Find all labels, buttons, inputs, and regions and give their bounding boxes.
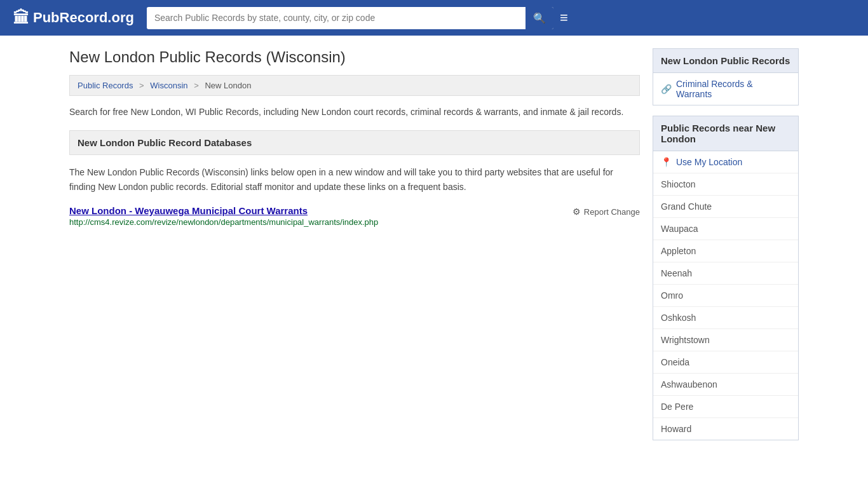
sidebar-item-neenah[interactable]: Neenah	[653, 262, 798, 285]
hamburger-icon: ≡	[560, 10, 568, 25]
sidebar-item-wrightstown[interactable]: Wrightstown	[653, 329, 798, 351]
shiocton-label: Shiocton	[661, 179, 695, 189]
main-container: New London Public Records (Wisconsin) Pu…	[59, 36, 809, 453]
location-icon: 📍	[661, 157, 672, 167]
logo-icon: 🏛	[13, 8, 29, 28]
report-icon: ⚙	[573, 207, 581, 217]
page-title: New London Public Records (Wisconsin)	[69, 48, 640, 66]
sidebar-main-title: New London Public Records	[653, 48, 799, 73]
use-location-label: Use My Location	[676, 157, 742, 167]
sidebar-item-grand-chute[interactable]: Grand Chute	[653, 196, 798, 218]
sidebar-item-appleton[interactable]: Appleton	[653, 240, 798, 262]
breadcrumb-current: New London	[205, 81, 251, 90]
record-info: New London - Weyauwega Municipal Court W…	[69, 205, 573, 227]
sidebar-item-ashwaubenon[interactable]: Ashwaubenon	[653, 374, 798, 396]
record-row: New London - Weyauwega Municipal Court W…	[69, 205, 640, 227]
sidebar-nearby-title: Public Records near New London	[653, 116, 799, 151]
appleton-label: Appleton	[661, 246, 696, 256]
sidebar-item-criminal-records-label: Criminal Records & Warrants	[676, 79, 790, 99]
search-button[interactable]: 🔍	[526, 7, 553, 29]
link-icon: 🔗	[661, 84, 672, 94]
breadcrumb-sep-2: >	[194, 81, 201, 90]
breadcrumb-link-public-records[interactable]: Public Records	[78, 81, 133, 90]
db-section-header: New London Public Record Databases	[69, 130, 640, 155]
ashwaubenon-label: Ashwaubenon	[661, 379, 717, 390]
content-area: New London Public Records (Wisconsin) Pu…	[69, 48, 640, 440]
sidebar-item-howard[interactable]: Howard	[653, 418, 798, 440]
search-input[interactable]	[147, 8, 526, 28]
site-header: 🏛 PubRecord.org 🔍 ≡	[0, 0, 868, 36]
grand-chute-label: Grand Chute	[661, 201, 712, 212]
search-icon: 🔍	[533, 13, 546, 24]
record-title[interactable]: New London - Weyauwega Municipal Court W…	[69, 205, 573, 216]
sidebar-item-oneida[interactable]: Oneida	[653, 351, 798, 374]
wrightstown-label: Wrightstown	[661, 335, 710, 345]
report-change-button[interactable]: ⚙ Report Change	[573, 205, 640, 217]
oshkosh-label: Oshkosh	[661, 313, 696, 323]
omro-label: Omro	[661, 290, 683, 301]
sidebar-nearby-section: 📍 Use My Location Shiocton Grand Chute W…	[653, 151, 799, 440]
search-bar: 🔍	[147, 7, 553, 29]
sidebar-item-oshkosh[interactable]: Oshkosh	[653, 307, 798, 329]
de-pere-label: De Pere	[661, 402, 693, 412]
breadcrumb-sep-1: >	[139, 81, 146, 90]
logo-text: PubRecord.org	[33, 10, 134, 26]
sidebar-item-omro[interactable]: Omro	[653, 285, 798, 307]
waupaca-label: Waupaca	[661, 224, 698, 234]
sidebar-item-de-pere[interactable]: De Pere	[653, 396, 798, 418]
db-description: The New London Public Records (Wisconsin…	[69, 165, 640, 194]
oneida-label: Oneida	[661, 357, 689, 367]
sidebar: New London Public Records 🔗 Criminal Rec…	[653, 48, 799, 440]
sidebar-item-use-location[interactable]: 📍 Use My Location	[653, 151, 798, 173]
sidebar-item-waupaca[interactable]: Waupaca	[653, 218, 798, 240]
breadcrumb: Public Records > Wisconsin > New London	[69, 75, 640, 96]
sidebar-main-section: 🔗 Criminal Records & Warrants	[653, 73, 799, 105]
hamburger-button[interactable]: ≡	[560, 10, 568, 26]
breadcrumb-link-wisconsin[interactable]: Wisconsin	[150, 81, 187, 90]
report-change-label: Report Change	[584, 207, 640, 217]
record-url: http://cms4.revize.com/revize/newlondon/…	[69, 217, 573, 227]
neenah-label: Neenah	[661, 268, 692, 278]
howard-label: Howard	[661, 424, 691, 434]
intro-text: Search for free New London, WI Public Re…	[69, 105, 640, 119]
site-logo[interactable]: 🏛 PubRecord.org	[13, 8, 134, 28]
sidebar-item-criminal-records[interactable]: 🔗 Criminal Records & Warrants	[653, 73, 798, 105]
sidebar-item-shiocton[interactable]: Shiocton	[653, 173, 798, 196]
